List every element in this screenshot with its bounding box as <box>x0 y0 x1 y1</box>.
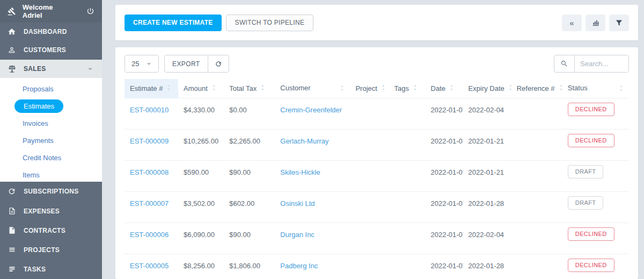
sort-icon <box>340 85 345 93</box>
estimate-link[interactable]: EST-000010 <box>130 106 169 114</box>
file-icon <box>7 226 17 234</box>
cell-amount: $10,265.00 <box>178 130 224 161</box>
cell-total-tax: $2,265.00 <box>224 130 275 161</box>
sidebar-item-sales[interactable]: SALES <box>0 60 102 78</box>
cell-date: 2022-01-07 <box>426 254 463 279</box>
cell-customer: Durgan Inc <box>275 223 350 254</box>
cell-reference <box>511 192 562 223</box>
header-expiry-date[interactable]: Expiry Date <box>463 79 511 98</box>
cell-expiry-date: 2022-02-04 <box>463 223 511 254</box>
submenu-item-invoices[interactable]: Invoices <box>0 115 102 132</box>
sidebar-item-subscriptions[interactable]: SUBSCRIPTIONS <box>0 182 102 201</box>
submenu-item-items[interactable]: Items <box>0 166 102 183</box>
header-status[interactable]: Status <box>562 79 629 98</box>
customer-link[interactable]: Cremin-Greenfelder <box>280 106 342 114</box>
chart-button[interactable] <box>586 15 605 31</box>
cell-expiry-date: 2022-01-28 <box>463 192 511 223</box>
estimate-link[interactable]: EST-000005 <box>130 262 169 270</box>
cell-tags <box>389 161 425 192</box>
collapse-button[interactable]: « <box>562 15 582 31</box>
sidebar-item-dashboard[interactable]: DASHBOARD <box>0 23 102 41</box>
customer-link[interactable]: Padberg Inc <box>280 262 318 270</box>
filter-funnel-icon <box>614 19 624 27</box>
sidebar-item-customers[interactable]: CUSTOMERS <box>0 41 102 60</box>
filter-button[interactable] <box>609 15 629 31</box>
cell-estimate: EST-000010 <box>125 98 178 130</box>
refresh-table-button[interactable] <box>208 55 229 72</box>
header-amount[interactable]: Amount <box>178 79 224 98</box>
export-button[interactable]: EXPORT <box>165 55 208 72</box>
submenu-item-estimates-active[interactable]: Estimates <box>14 99 63 113</box>
customer-link[interactable]: Skiles-Hickle <box>280 168 320 176</box>
cell-project <box>350 192 389 223</box>
cell-status: DECLINED <box>562 98 629 130</box>
table-row: EST-000006 $6,090.00 $90.00 Durgan Inc 2… <box>125 223 629 254</box>
power-icon[interactable] <box>85 7 95 15</box>
estimate-link[interactable]: EST-000006 <box>130 231 169 239</box>
cell-customer: Gerlach-Murray <box>275 130 350 161</box>
sort-icon <box>449 84 454 92</box>
table-row: EST-000010 $4,330.00 $0.00 Cremin-Greenf… <box>125 98 629 130</box>
sidebar-item-label: CUSTOMERS <box>24 46 66 54</box>
cell-project <box>350 161 389 192</box>
list-icon <box>7 265 17 273</box>
document-icon <box>7 207 17 215</box>
cell-tags <box>389 223 425 254</box>
cell-project <box>350 254 389 279</box>
cell-amount: $3,502.00 <box>178 192 224 223</box>
cell-expiry-date: 2022-01-21 <box>463 161 511 192</box>
cell-project <box>350 98 389 130</box>
cell-reference <box>511 254 562 279</box>
sort-icon <box>413 84 418 92</box>
customer-link[interactable]: Osinski Ltd <box>280 199 314 208</box>
cell-reference <box>511 223 562 254</box>
header-customer[interactable]: Customer <box>275 79 350 98</box>
cell-amount: $6,090.00 <box>178 223 224 254</box>
sidebar-item-label: EXPENSES <box>24 208 60 215</box>
sales-submenu: Proposals Estimates Invoices Payments Cr… <box>0 78 102 182</box>
cell-date: 2022-01-07 <box>426 161 463 192</box>
page-size-select[interactable]: 25 <box>125 55 159 73</box>
cell-total-tax: $90.00 <box>224 223 275 254</box>
create-new-estimate-button[interactable]: CREATE NEW ESTIMATE <box>125 15 222 31</box>
submenu-item-proposals[interactable]: Proposals <box>0 80 102 97</box>
header-date[interactable]: Date <box>426 79 463 98</box>
cell-status: DECLINED <box>562 130 629 161</box>
actions-panel: CREATE NEW ESTIMATE SWITCH TO PIPELINE « <box>115 5 638 40</box>
status-badge: DECLINED <box>568 103 614 116</box>
sidebar-item-contracts[interactable]: CONTRACTS <box>0 221 102 240</box>
export-button-group: EXPORT <box>164 55 229 73</box>
sort-icon <box>619 85 624 93</box>
sidebar-item-label: CONTRACTS <box>24 227 65 234</box>
estimate-link[interactable]: EST-000007 <box>130 199 169 208</box>
home-icon <box>7 27 17 36</box>
sort-icon <box>508 84 511 92</box>
cell-status: DRAFT <box>562 192 629 223</box>
header-project[interactable]: Project <box>350 79 389 98</box>
customer-link[interactable]: Gerlach-Murray <box>280 137 328 145</box>
cell-status: DECLINED <box>562 254 629 279</box>
sidebar-item-tasks[interactable]: TASKS <box>0 260 102 279</box>
estimate-link[interactable]: EST-000008 <box>130 168 169 176</box>
cell-expiry-date: 2022-01-21 <box>463 130 511 161</box>
table-row: EST-000009 $10,265.00 $2,265.00 Gerlach-… <box>125 130 629 161</box>
submenu-item-payments[interactable]: Payments <box>0 132 102 149</box>
switch-to-pipeline-button[interactable]: SWITCH TO PIPELINE <box>226 15 314 31</box>
header-total-tax[interactable]: Total Tax <box>224 79 275 98</box>
cell-estimate: EST-000005 <box>125 254 178 279</box>
customer-link[interactable]: Durgan Inc <box>280 231 314 239</box>
header-reference[interactable]: Reference # <box>511 79 562 98</box>
sidebar-item-label: DASHBOARD <box>24 28 67 35</box>
submenu-item-credit-notes[interactable]: Credit Notes <box>0 149 102 166</box>
cell-date: 2022-01-07 <box>426 130 463 161</box>
estimates-table-panel: 25 EXPORT <box>115 47 638 279</box>
sidebar-item-projects[interactable]: PROJECTS <box>0 240 102 260</box>
search-input[interactable] <box>575 55 628 72</box>
cell-amount: $8,256.00 <box>178 254 224 279</box>
table-row: EST-000008 $590.00 $90.00 Skiles-Hickle … <box>125 161 629 192</box>
header-estimate[interactable]: Estimate # <box>125 79 178 98</box>
status-badge: DRAFT <box>568 196 604 210</box>
estimate-link[interactable]: EST-000009 <box>130 137 169 145</box>
sidebar-item-expenses[interactable]: EXPENSES <box>0 202 102 221</box>
header-tags[interactable]: Tags <box>389 79 425 98</box>
